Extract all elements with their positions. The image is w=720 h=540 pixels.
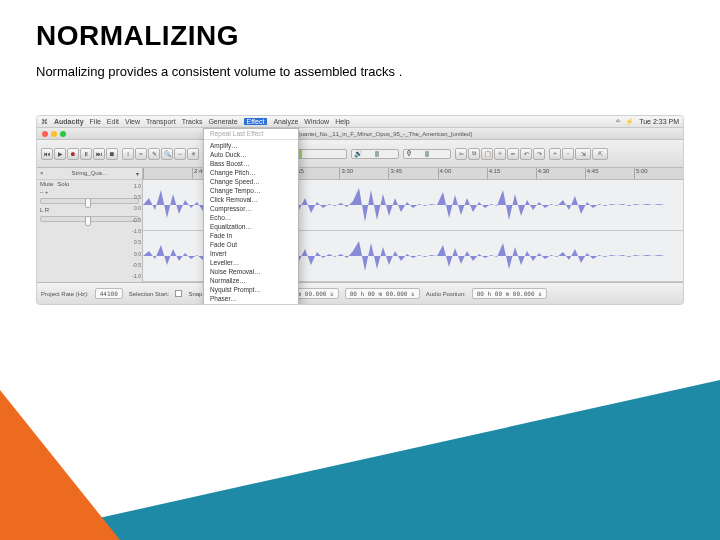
zoom-out-button[interactable]: － [562, 148, 574, 160]
menu-transport[interactable]: Transport [146, 118, 176, 125]
menu-item[interactable]: Leveller… [204, 258, 298, 267]
project-rate-value[interactable]: 44100 [95, 288, 123, 299]
play-button[interactable]: ▶ [54, 148, 66, 160]
clock[interactable]: Tue 2:33 PM [639, 118, 679, 125]
edit-buttons: ✂ ⧉ 📋 ⟡ ━ ↶ ↷ [455, 148, 545, 160]
menu-item[interactable]: Invert [204, 249, 298, 258]
window-title: String_Quartet_No._11_in_F_Minor_Opus_95… [66, 131, 683, 137]
menu-item[interactable]: Phaser… [204, 294, 298, 303]
trim-button[interactable]: ⟡ [494, 148, 506, 160]
timeshift-tool-button[interactable]: ↔ [174, 148, 186, 160]
ruler-tick: 4:30 [536, 168, 585, 179]
traffic-lights [42, 131, 66, 137]
silence-button[interactable]: ━ [507, 148, 519, 160]
apple-icon[interactable]: ⌘ [41, 118, 48, 126]
menu-item[interactable]: Nyquist Prompt… [204, 285, 298, 294]
track-close-button[interactable]: × [40, 170, 44, 177]
menu-edit[interactable]: Edit [107, 118, 119, 125]
menu-item[interactable]: Click Removal… [204, 195, 298, 204]
menu-item[interactable]: Change Speed… [204, 177, 298, 186]
toolbar: ⏮ ▶ ⏺ ⏸ ⏭ ⏹ I ≈ ✎ 🔍 ↔ ✳ 🔊 🎙 ✂ ⧉ [37, 140, 683, 168]
menu-generate[interactable]: Generate [208, 118, 237, 125]
zoom-tool-button[interactable]: 🔍 [161, 148, 173, 160]
menu-item[interactable]: Fade In [204, 231, 298, 240]
input-volume-slider[interactable]: 🎙 [403, 149, 451, 159]
slide-subtitle: Normalizing provides a consistent volume… [36, 64, 684, 79]
zoom-buttons: ＋ － ⇲ ⇱ [549, 148, 608, 160]
ruler-tick: 4:45 [585, 168, 634, 179]
stop-button[interactable]: ⏹ [106, 148, 118, 160]
app-name[interactable]: Audacity [54, 118, 84, 125]
effect-menu-dropdown: Repeat Last Effect Amplify… Auto Duck… B… [203, 128, 299, 305]
menu-item[interactable]: Fade Out [204, 240, 298, 249]
menu-item[interactable]: Echo… [204, 213, 298, 222]
audio-position-counter[interactable]: 00 h 00 m 00.000 s [472, 288, 547, 299]
record-button[interactable]: ⏺ [67, 148, 79, 160]
menu-item[interactable]: Change Tempo… [204, 186, 298, 195]
status-bar: Project Rate (Hz): 44100 Selection Start… [37, 282, 683, 304]
envelope-tool-button[interactable]: ≈ [135, 148, 147, 160]
paste-button[interactable]: 📋 [481, 148, 493, 160]
footer-orange-triangle [0, 390, 120, 540]
menu-item[interactable]: Compressor… [204, 204, 298, 213]
output-volume-slider[interactable]: 🔊 [351, 149, 399, 159]
transport-controls: ⏮ ▶ ⏺ ⏸ ⏭ ⏹ [41, 148, 118, 160]
pause-button[interactable]: ⏸ [80, 148, 92, 160]
menu-item[interactable]: Normalize… [204, 276, 298, 285]
menu-file[interactable]: File [90, 118, 101, 125]
mac-menubar: ⌘ Audacity File Edit View Transport Trac… [37, 116, 683, 128]
menu-item[interactable]: Noise Removal… [204, 267, 298, 276]
selection-start-label: Selection Start: [129, 291, 170, 297]
menu-item[interactable]: Equalization… [204, 222, 298, 231]
menu-item[interactable]: Repair [204, 303, 298, 305]
battery-icon[interactable]: ⚡ [625, 118, 634, 126]
menu-window[interactable]: Window [304, 118, 329, 125]
ruler-tick: 4:15 [487, 168, 536, 179]
menubar-status: ⌔ ⚡ Tue 2:33 PM [616, 118, 679, 126]
slide-title: NORMALIZING [36, 20, 684, 52]
slide: NORMALIZING Normalizing provides a consi… [0, 0, 720, 540]
draw-tool-button[interactable]: ✎ [148, 148, 160, 160]
solo-button[interactable]: Solo [57, 181, 69, 187]
menu-separator [204, 139, 298, 140]
menu-tracks[interactable]: Tracks [182, 118, 203, 125]
cut-button[interactable]: ✂ [455, 148, 467, 160]
window-titlebar: String_Quartet_No._11_in_F_Minor_Opus_95… [37, 128, 683, 140]
selection-tool-button[interactable]: I [122, 148, 134, 160]
menu-item[interactable]: Change Pitch… [204, 168, 298, 177]
ruler-tick [143, 168, 192, 179]
menu-item[interactable]: Bass Boost… [204, 159, 298, 168]
close-icon[interactable] [42, 131, 48, 137]
mute-button[interactable]: Mute [40, 181, 53, 187]
wifi-icon[interactable]: ⌔ [616, 118, 620, 125]
snap-to-checkbox[interactable] [175, 290, 182, 297]
multi-tool-button[interactable]: ✳ [187, 148, 199, 160]
menu-item[interactable]: Amplify… [204, 141, 298, 150]
skip-end-button[interactable]: ⏭ [93, 148, 105, 160]
track-menu-button[interactable]: ▾ [136, 170, 139, 177]
menu-item: Repeat Last Effect [204, 129, 298, 138]
menu-help[interactable]: Help [335, 118, 349, 125]
minimize-icon[interactable] [51, 131, 57, 137]
menu-view[interactable]: View [125, 118, 140, 125]
menu-item[interactable]: Auto Duck… [204, 150, 298, 159]
tool-buttons: I ≈ ✎ 🔍 ↔ ✳ [122, 148, 199, 160]
ruler-tick: 3:30 [339, 168, 388, 179]
menu-effect[interactable]: Effect [244, 118, 268, 125]
menu-analyze[interactable]: Analyze [273, 118, 298, 125]
undo-button[interactable]: ↶ [520, 148, 532, 160]
redo-button[interactable]: ↷ [533, 148, 545, 160]
ruler-tick: 4:00 [438, 168, 487, 179]
ruler-tick: 5:00 [634, 168, 683, 179]
audacity-screenshot: ⌘ Audacity File Edit View Transport Trac… [36, 115, 684, 305]
project-rate-label: Project Rate (Hz): [41, 291, 89, 297]
copy-button[interactable]: ⧉ [468, 148, 480, 160]
fit-selection-button[interactable]: ⇲ [575, 148, 591, 160]
selection-end-counter[interactable]: 00 h 00 m 00.000 s [345, 288, 420, 299]
ruler-tick: 3:45 [388, 168, 437, 179]
fit-project-button[interactable]: ⇱ [592, 148, 608, 160]
zoom-in-button[interactable]: ＋ [549, 148, 561, 160]
track-name[interactable]: String_Qua… [72, 170, 108, 177]
skip-start-button[interactable]: ⏮ [41, 148, 53, 160]
audio-position-label: Audio Position: [426, 291, 466, 297]
